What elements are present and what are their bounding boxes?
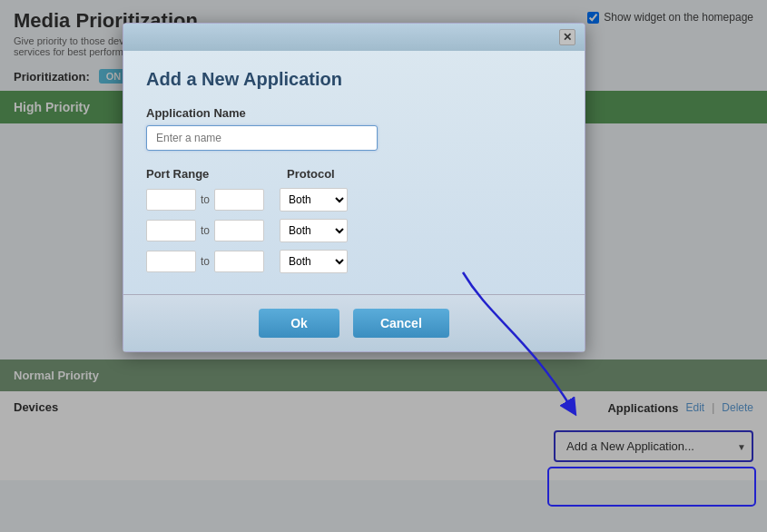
protocol-select-3[interactable]: Both TCP UDP [280, 250, 348, 273]
cancel-button[interactable]: Cancel [353, 309, 449, 338]
port-row-1: to Both TCP UDP [146, 188, 562, 212]
modal-title: Add a New Application [146, 69, 562, 90]
to-label-3: to [201, 255, 210, 268]
port-from-1[interactable] [146, 189, 196, 211]
modal-titlebar: ✕ [123, 24, 585, 51]
app-name-input[interactable] [146, 125, 378, 151]
modal-body: Add a New Application Application Name P… [123, 51, 585, 294]
port-protocol-section: Port Range Protocol to Both TCP UDP to [146, 167, 562, 273]
add-application-modal: ✕ Add a New Application Application Name… [123, 23, 585, 352]
port-row-3: to Both TCP UDP [146, 250, 562, 273]
to-label-2: to [201, 224, 210, 237]
modal-close-button[interactable]: ✕ [559, 29, 575, 45]
port-to-2[interactable] [214, 220, 264, 241]
protocol-select-1[interactable]: Both TCP UDP [280, 188, 348, 212]
modal-footer: Ok Cancel [123, 294, 585, 351]
port-to-3[interactable] [214, 251, 264, 272]
port-from-3[interactable] [146, 251, 196, 272]
port-from-2[interactable] [146, 220, 196, 241]
port-range-header: Port Range [146, 167, 287, 181]
port-to-1[interactable] [214, 189, 264, 211]
ok-button[interactable]: Ok [259, 309, 339, 338]
protocol-header: Protocol [287, 167, 335, 181]
to-label-1: to [201, 193, 210, 206]
port-protocol-headers: Port Range Protocol [146, 167, 562, 181]
protocol-select-2[interactable]: Both TCP UDP [280, 219, 348, 242]
app-name-field-label: Application Name [146, 106, 562, 120]
port-row-2: to Both TCP UDP [146, 219, 562, 242]
